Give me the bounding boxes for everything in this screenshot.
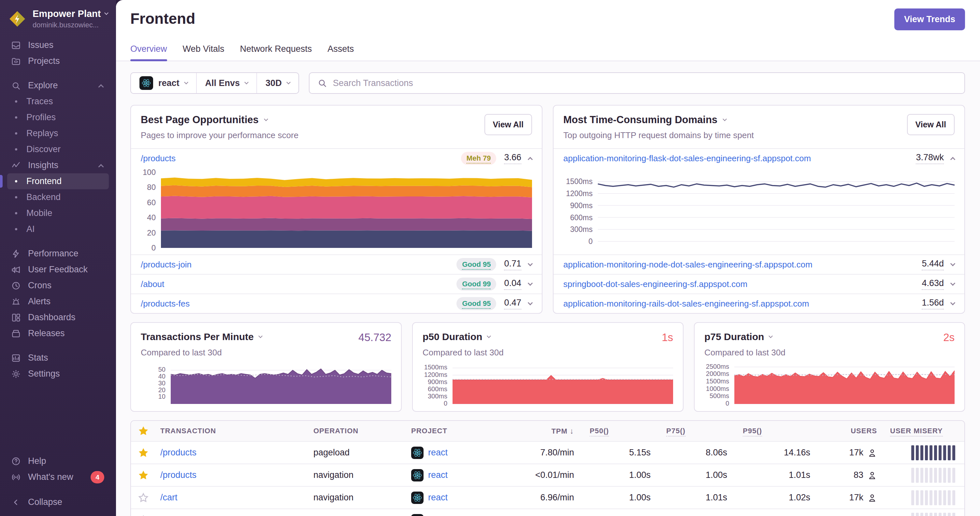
bullet-icon (15, 148, 17, 151)
sidebar-item-whats-new[interactable]: What's new 4 (7, 469, 109, 485)
p75-cell: 1.00s (651, 470, 727, 480)
chevron-down-icon (258, 334, 262, 338)
search-box (309, 72, 965, 94)
sidebar-group-explore[interactable]: Explore (7, 78, 109, 94)
page-link[interactable]: /products-join (141, 260, 192, 270)
page-row-products-join: /products-join Good 95 0.71 (131, 254, 542, 274)
view-trends-button[interactable]: View Trends (894, 8, 965, 30)
sidebar-item-user-feedback[interactable]: User Feedback (7, 262, 109, 278)
main-content: Frontend View Trends Overview Web Vitals… (116, 0, 980, 516)
page-link[interactable]: /about (141, 279, 164, 289)
project-link[interactable]: react (428, 470, 448, 480)
chevron-down-icon (768, 334, 773, 338)
col-user-misery[interactable]: User Misery (877, 427, 955, 435)
chevron-down-icon[interactable] (950, 281, 956, 286)
transaction-link[interactable]: /cart (160, 492, 313, 503)
sort-desc-icon: ↓ (570, 426, 574, 435)
p75-title-dropdown[interactable]: p75 Duration (705, 331, 772, 342)
issues-icon (10, 40, 22, 50)
domain-link[interactable]: application-monitoring-node-dot-sales-en… (563, 260, 813, 270)
date-filter[interactable]: 30D (256, 73, 298, 93)
react-project-icon (140, 76, 153, 90)
bullet-icon (15, 132, 17, 135)
bullet-icon (15, 228, 17, 230)
chevron-up-icon[interactable] (528, 157, 533, 162)
col-project[interactable]: Project (411, 427, 509, 435)
chevron-down-icon[interactable] (528, 281, 533, 286)
col-transaction[interactable]: Transaction (160, 427, 313, 435)
pages-view-all-button[interactable]: View All (484, 114, 532, 135)
tab-network-requests[interactable]: Network Requests (240, 44, 312, 60)
sidebar-group-insights[interactable]: Insights (7, 157, 109, 173)
metric-title: p75 Duration (705, 331, 764, 342)
col-p50[interactable]: P50() (574, 427, 651, 435)
domains-panel-title-dropdown[interactable]: Most Time-Consuming Domains (563, 114, 754, 126)
sidebar-item-label: Collapse (28, 497, 62, 507)
user-misery-bars (877, 513, 955, 516)
chevron-down-icon[interactable] (528, 261, 533, 266)
react-project-icon (411, 469, 423, 481)
sidebar-item-backend[interactable]: Backend (7, 189, 109, 205)
col-operation[interactable]: Operation (313, 427, 411, 435)
star-icon[interactable] (137, 514, 149, 516)
sidebar-item-issues[interactable]: Issues (7, 37, 109, 53)
sidebar-item-profiles[interactable]: Profiles (7, 110, 109, 125)
star-icon[interactable] (137, 492, 149, 503)
sidebar-item-help[interactable]: Help (7, 453, 109, 469)
tab-overview[interactable]: Overview (130, 44, 167, 60)
sidebar-item-performance[interactable]: Performance (7, 246, 109, 262)
sidebar-item-label: Alerts (28, 297, 51, 306)
project-cell: react (411, 492, 509, 504)
page-link[interactable]: /products-fes (141, 299, 189, 309)
chevron-down-icon[interactable] (950, 300, 956, 305)
sidebar-item-releases[interactable]: Releases (7, 325, 109, 341)
pages-panel-title-dropdown[interactable]: Best Page Opportunities (141, 114, 298, 126)
tab-assets[interactable]: Assets (328, 44, 354, 60)
p75-cell: 1.01s (651, 492, 727, 503)
sidebar-item-mobile[interactable]: Mobile (7, 205, 109, 221)
sidebar-item-projects[interactable]: Projects (7, 53, 109, 69)
col-users[interactable]: Users (810, 427, 877, 435)
star-icon[interactable] (137, 447, 149, 459)
env-filter[interactable]: All Envs (196, 73, 257, 93)
tab-web-vitals[interactable]: Web Vitals (183, 44, 224, 60)
operation-cell: navigation (313, 470, 411, 480)
col-p95[interactable]: P95() (727, 427, 810, 435)
col-tpm[interactable]: TPM ↓ (509, 426, 574, 435)
chevron-down-icon (487, 334, 491, 338)
chevron-up-icon[interactable] (950, 157, 956, 162)
transaction-link[interactable]: /products (160, 470, 313, 480)
chevron-down-icon[interactable] (528, 300, 533, 305)
sidebar-item-dashboards[interactable]: Dashboards (7, 310, 109, 325)
page-link[interactable]: /products (141, 154, 176, 164)
star-icon[interactable] (137, 469, 149, 481)
domain-link[interactable]: application-monitoring-rails-dot-sales-e… (563, 299, 809, 309)
p50-title-dropdown[interactable]: p50 Duration (423, 331, 490, 342)
sidebar-item-replays[interactable]: Replays (7, 125, 109, 141)
transaction-link[interactable]: /products (160, 448, 313, 458)
col-p75[interactable]: P75() (651, 427, 727, 435)
search-input[interactable] (333, 78, 956, 88)
sidebar-item-ai[interactable]: AI (7, 221, 109, 237)
tpm-title-dropdown[interactable]: Transactions Per Minute (141, 331, 262, 342)
chart-y-axis: 5040302010 (141, 365, 171, 404)
sidebar-item-crons[interactable]: Crons (7, 278, 109, 294)
project-link[interactable]: react (428, 492, 448, 503)
domain-link[interactable]: application-monitoring-flask-dot-sales-e… (563, 154, 811, 164)
org-switcher[interactable]: Empower Plant dominik.buszowiec... (0, 6, 116, 37)
user-icon (867, 493, 877, 503)
sidebar-item-settings[interactable]: Settings (7, 366, 109, 382)
sidebar-item-discover[interactable]: Discover (7, 141, 109, 157)
sidebar-item-traces[interactable]: Traces (7, 94, 109, 110)
chevron-down-icon[interactable] (950, 261, 956, 266)
panel-title: Most Time-Consuming Domains (563, 114, 718, 126)
sidebar-collapse-button[interactable]: Collapse (7, 494, 109, 510)
sidebar-item-alerts[interactable]: Alerts (7, 294, 109, 310)
sidebar-item-stats[interactable]: Stats (7, 350, 109, 366)
domain-link[interactable]: springboot-dot-sales-engineering-sf.apps… (563, 279, 748, 289)
project-filter[interactable]: react (131, 73, 196, 93)
star-icon[interactable] (137, 425, 149, 437)
project-link[interactable]: react (428, 448, 448, 458)
domains-view-all-button[interactable]: View All (907, 114, 955, 135)
sidebar-item-frontend[interactable]: Frontend (7, 173, 109, 189)
